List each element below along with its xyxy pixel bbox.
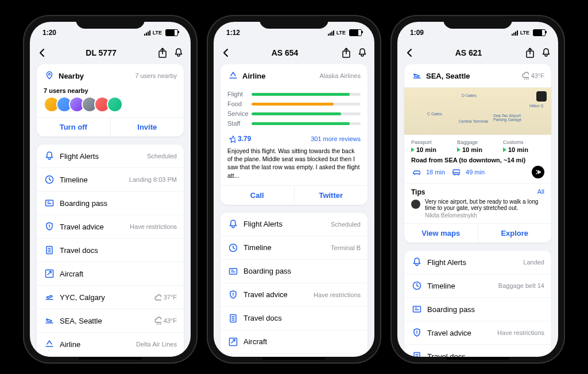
menu-row-bell[interactable]: Flight AlertsScheduled	[37, 145, 184, 167]
menu-row-sub: Delta Air Lines	[136, 341, 177, 348]
bell-icon	[227, 219, 238, 230]
turn-off-button[interactable]: Turn off	[37, 118, 111, 137]
menu-row-shield[interactable]: Travel adviceHave restrictions	[404, 321, 551, 344]
menu-row-sub: Baggage belt 14	[498, 282, 544, 289]
notifications-button[interactable]	[356, 47, 368, 59]
back-button[interactable]	[404, 47, 418, 59]
nearby-count: 7 users nearby	[135, 72, 177, 79]
airport-map[interactable]: D Gates C Gates Central Terminal Sea-Tac…	[404, 87, 551, 135]
menu-row-label: Flight Alerts	[427, 258, 523, 267]
signal-icon	[328, 30, 334, 36]
car-time[interactable]: 18 min	[426, 169, 445, 176]
menu-row-shield[interactable]: Travel adviceHave restrictions	[220, 283, 368, 306]
share-button[interactable]	[340, 47, 351, 59]
menu-row-shield[interactable]: Travel adviceHave restrictions	[37, 215, 184, 238]
rating-bar-label: Service	[227, 110, 252, 117]
bus-time[interactable]: 49 min	[466, 169, 485, 176]
explore-button[interactable]: Explore	[478, 224, 552, 243]
menu-row-depart[interactable]: SEA, Seattle43°F	[220, 353, 368, 357]
view-maps-button[interactable]: View maps	[404, 224, 478, 243]
menu-row-pass[interactable]: Boarding pass	[404, 297, 551, 321]
notifications-button[interactable]	[540, 47, 551, 59]
directions-button[interactable]	[532, 166, 544, 178]
menu-row-docs[interactable]: Travel docs	[37, 238, 184, 262]
menu-row-label: Aircraft	[243, 337, 361, 346]
menu-row-pass[interactable]: Boarding pass	[37, 191, 184, 215]
menu-row-bell[interactable]: Flight AlertsScheduled	[220, 213, 368, 236]
menu-row-plane[interactable]: Aircraft	[220, 330, 368, 353]
airport-temp: 43°F	[531, 72, 544, 79]
pass-icon	[44, 197, 54, 209]
menu-row-clock[interactable]: TimelineTerminal B	[220, 236, 368, 259]
rating-bar-track	[252, 112, 361, 115]
notch	[443, 16, 512, 29]
wait-value: 10 min	[411, 146, 452, 153]
menu-row-docs[interactable]: Travel docs	[404, 344, 551, 357]
twitter-button[interactable]: Twitter	[295, 186, 368, 205]
menu-row-sub: 43°F	[164, 317, 177, 324]
menu-row-label: Flight Alerts	[243, 220, 331, 228]
wait-value: 10 min	[457, 146, 498, 153]
pass-icon	[411, 303, 421, 315]
shield-icon	[227, 289, 238, 301]
car-icon	[411, 167, 420, 177]
wait-label: Passport	[411, 139, 452, 145]
menu-row-clock[interactable]: TimelineLanding 8:03 PM	[37, 167, 184, 191]
call-button[interactable]: Call	[220, 186, 295, 205]
notifications-button[interactable]	[172, 47, 184, 59]
docs-icon	[227, 313, 238, 324]
rating-bar-fill	[252, 103, 334, 106]
signal-icon	[144, 30, 150, 36]
tips-heading: Tips	[411, 188, 425, 196]
share-button[interactable]	[156, 47, 168, 59]
play-icon	[503, 147, 506, 152]
tip-author: Nikita Belomestnykh	[425, 212, 544, 219]
airline-icon	[44, 338, 54, 350]
nearby-card[interactable]: Nearby 7 users nearby 7 users nearby	[37, 64, 184, 137]
airport-card[interactable]: SEA, Seattle 43°F D Gates C Gates Centra…	[404, 64, 551, 243]
notch	[76, 16, 145, 29]
flight-menu-list: Flight AlertsScheduledTimelineLanding 8:…	[37, 145, 184, 357]
arrive-icon	[411, 70, 421, 81]
menu-row-plane[interactable]: Aircraft	[37, 262, 184, 285]
invite-button[interactable]: Invite	[111, 118, 184, 137]
arrive-icon	[44, 315, 54, 326]
menu-row-label: Travel advice	[243, 290, 314, 299]
clock-text: 1:12	[226, 29, 240, 37]
more-reviews-link[interactable]: 301 more reviews	[311, 135, 361, 142]
tips-all-link[interactable]: All	[537, 188, 544, 196]
bus-icon	[451, 167, 460, 177]
menu-row-dollar[interactable]: Expense tracking	[37, 356, 184, 357]
menu-row-airline[interactable]: AirlineDelta Air Lines	[37, 332, 184, 356]
menu-row-sub: Landing 8:03 PM	[129, 176, 177, 183]
menu-row-label: Timeline	[427, 282, 498, 290]
pass-icon	[227, 266, 238, 277]
menu-row-docs[interactable]: Travel docs	[220, 306, 368, 330]
back-button[interactable]	[37, 47, 51, 59]
plane-icon	[44, 268, 54, 279]
share-button[interactable]	[524, 47, 535, 59]
menu-row-pass[interactable]: Boarding pass	[220, 259, 368, 283]
menu-row-depart[interactable]: YYC, Calgary37°F	[37, 285, 184, 309]
shield-icon	[44, 221, 54, 232]
home-indicator[interactable]	[262, 357, 326, 360]
rain-icon	[153, 316, 161, 325]
airline-card[interactable]: Airline Alaska Airlines FlightFoodServic…	[220, 64, 368, 205]
menu-row-bell[interactable]: Flight AlertsLanded	[404, 251, 551, 274]
map-pin-icon	[536, 91, 547, 102]
phone-3: 1:09 LTE AS 621 SEA, Seattle 43°F	[392, 16, 564, 363]
home-indicator[interactable]	[446, 357, 509, 360]
pin-icon	[44, 70, 54, 81]
tip-text: Very nice airport, but be ready to walk …	[425, 198, 544, 211]
menu-row-label: Flight Alerts	[60, 152, 147, 161]
back-button[interactable]	[220, 47, 234, 59]
home-indicator[interactable]	[79, 357, 142, 360]
rating-bar-label: Staff	[227, 120, 252, 127]
menu-row-label: Boarding pass	[427, 305, 544, 314]
clock-icon	[44, 174, 54, 185]
airport-label: SEA, Seattle	[426, 72, 521, 80]
nearby-sublabel: 7 users nearby	[44, 87, 177, 94]
avatar-stack[interactable]	[44, 96, 177, 112]
menu-row-arrive[interactable]: SEA, Seattle43°F	[37, 309, 184, 332]
menu-row-clock[interactable]: TimelineBaggage belt 14	[404, 274, 551, 297]
